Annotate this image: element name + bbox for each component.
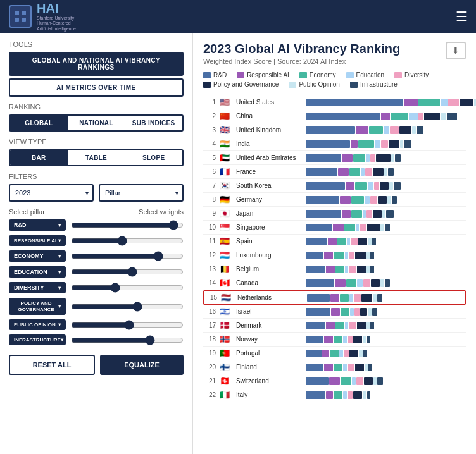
table-row: 19🇵🇹Portugal [203,347,466,360]
chart-subtitle: Weighted Index Score | Source: 2024 AI I… [203,58,400,65]
country-flag: 🇨🇳 [220,111,234,121]
bar-area [306,251,466,260]
rank-number: 8 [203,196,216,203]
bar-area [306,307,466,316]
chevron-down-icon: ▾ [58,254,61,259]
bar-segment [363,350,367,357]
bar-segment [384,126,389,134]
bar-segment [344,224,355,231]
bar-segment [409,113,418,120]
bar-segment [391,154,395,162]
bar-segment [306,224,332,231]
tab-sub-indices[interactable]: SUB INDICES [125,116,182,130]
pillar-row-infrastructure: INFRASTRUCTURE ▾ [9,334,184,345]
country-name: Israel [236,308,306,315]
legend-economy: Economy [299,71,336,78]
bar-segment [371,279,380,287]
bar-segment [357,266,366,273]
tab-national[interactable]: NATIONAL [68,116,125,130]
filter-type-select[interactable]: Pillar Category [99,184,184,202]
legend-color-policy [203,82,211,88]
bar-segment [369,126,383,134]
global-rankings-button[interactable]: GLOBAL AND NATIONAL AI VIBRANCY RANKINGS [9,52,184,76]
equalize-button[interactable]: EQUALIZE [100,355,184,375]
header: HAI Stanford University Human-Centered A… [0,0,476,33]
bar-segment [368,308,372,316]
rank-number: 15 [204,294,217,301]
pillar-row-economy: ECONOMY ▾ [9,250,184,262]
bar-segment [306,350,322,357]
bar-segment [389,140,399,148]
bar-segment [367,391,371,399]
tab-slope[interactable]: SLOPE [125,150,182,165]
bar-segment [358,140,374,148]
hamburger-menu[interactable]: ☰ [456,9,467,24]
bar-segment [391,113,408,120]
rank-number: 14 [203,279,216,286]
rank-number: 18 [203,336,216,343]
bar-segment [335,266,344,273]
bar-segment [353,391,362,399]
bar-segment [330,350,339,357]
country-name: United Arab Emirates [236,154,306,161]
pillar-btn-policy[interactable]: POLICY AND GOVERNANCE ▾ [9,298,66,315]
rank-number: 7 [203,182,216,189]
bar-segment [334,364,342,371]
bar-segment [348,364,354,371]
slider-rd[interactable] [71,220,184,230]
bar-segment [360,308,367,316]
bar-segment [355,252,366,259]
slider-education[interactable] [71,267,184,277]
tab-table[interactable]: TABLE [68,150,125,165]
table-row: 2🇨🇳China [203,109,466,123]
bar-segment [366,266,370,273]
bar-segment [376,154,390,162]
bar-area [306,279,466,288]
bar-segment [340,196,351,204]
slider-economy[interactable] [71,251,184,261]
ai-metrics-button[interactable]: AI METRICS OVER TIME [9,78,184,97]
bar-segment [348,391,353,399]
pillar-btn-rd[interactable]: R&D ▾ [9,219,66,231]
slider-policy[interactable] [71,302,184,312]
tab-global[interactable]: GLOBAL [10,116,68,130]
country-name: China [236,113,306,120]
reset-all-button[interactable]: RESET ALL [9,355,95,375]
legend-education: Education [346,71,384,78]
pillar-btn-economy[interactable]: ECONOMY ▾ [9,250,66,262]
pillar-btn-responsible-ai[interactable]: RESPONSIBLE AI ▾ [9,235,66,246]
country-flag: 🇪🇸 [220,236,234,246]
slider-responsible-ai[interactable] [71,236,184,246]
tab-bar[interactable]: BAR [10,150,68,165]
bar-area [306,377,466,386]
slider-infrastructure[interactable] [71,335,184,345]
country-flag: 🇨🇦 [220,278,234,288]
country-name: United Kingdom [236,126,306,133]
download-button[interactable]: ⬇ [446,42,466,59]
table-row: 18🇳🇴Norway [203,333,466,347]
svg-rect-3 [22,18,26,22]
pillar-row-policy: POLICY AND GOVERNANCE ▾ [9,298,184,315]
table-row: 8🇩🇪Germany [203,193,466,207]
bar-segment [306,126,355,134]
slider-public-opinion[interactable] [71,320,184,330]
pillar-btn-diversity[interactable]: DIVERSITY ▾ [9,282,66,293]
rank-number: 4 [203,140,216,147]
bar-segment [350,308,354,316]
country-flag: 🇩🇰 [220,321,234,330]
bar-segment [381,113,390,120]
bar-segment [365,196,370,204]
bar-segment [356,224,360,231]
legend-rd: R&D [203,71,227,78]
year-select[interactable]: 2023 2022 2021 [9,184,94,202]
slider-diversity[interactable] [71,283,184,293]
country-name: Switzerland [236,377,306,384]
right-panel: 2023 Global AI Vibrancy Ranking Weighted… [193,33,476,454]
pillar-btn-public-opinion[interactable]: PUBLIC OPINION ▾ [9,319,66,330]
pillar-btn-infrastructure[interactable]: INFRASTRUCTURE ▾ [9,334,66,345]
bar-area [307,293,465,302]
pillar-btn-education[interactable]: EDUCATION ▾ [9,266,66,278]
bar-segment [363,279,370,287]
table-row: 22🇮🇹Italy [203,388,466,402]
bar-segment [385,279,390,287]
